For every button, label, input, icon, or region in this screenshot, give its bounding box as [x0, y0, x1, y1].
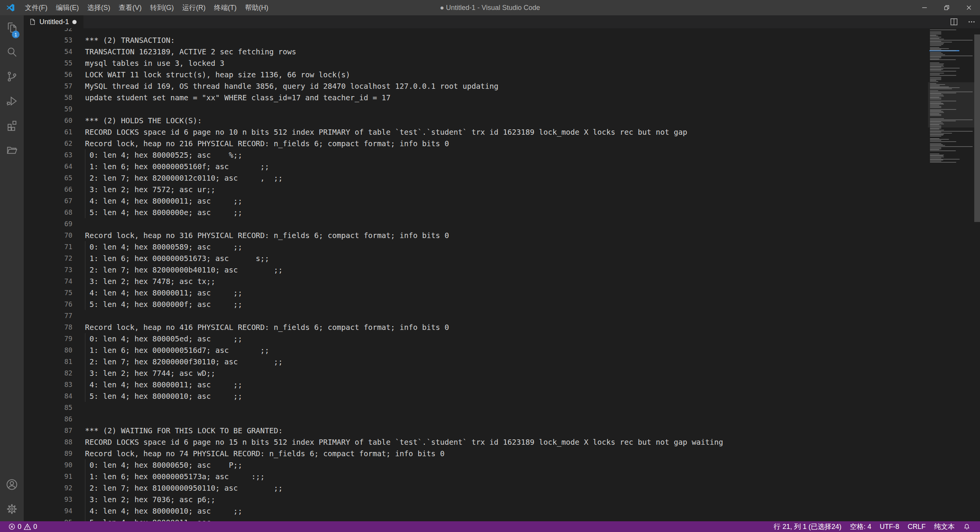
- code-line[interactable]: 89Record lock, heap no 74 PHYSICAL RECOR…: [24, 448, 980, 459]
- line-number[interactable]: 70: [24, 232, 72, 239]
- code-line[interactable]: 60*** (2) HOLDS THE LOCK(S):: [24, 115, 980, 126]
- extensions-icon[interactable]: [0, 113, 24, 138]
- code-line[interactable]: 83 4: len 4; hex 80000011; asc ;;: [24, 379, 980, 390]
- menu-run[interactable]: 运行(R): [178, 0, 210, 15]
- code-line[interactable]: 90 0: len 4; hex 80000650; asc P;;: [24, 459, 980, 471]
- line-number[interactable]: 95: [24, 519, 72, 521]
- code-line[interactable]: 94 4: len 4; hex 80000010; asc ;;: [24, 505, 980, 517]
- code-line[interactable]: 95 5: len 4; hex 80000011; asc ;;: [24, 517, 980, 521]
- language-mode[interactable]: 纯文本: [930, 521, 959, 532]
- settings-gear-icon[interactable]: [0, 497, 24, 521]
- line-number[interactable]: 73: [24, 266, 72, 274]
- line-number[interactable]: 88: [24, 438, 72, 446]
- line-number[interactable]: 76: [24, 300, 72, 308]
- code-line[interactable]: 58update student set name = "xx" WHERE c…: [24, 92, 980, 103]
- line-number[interactable]: 84: [24, 392, 72, 400]
- menu-go[interactable]: 转到(G): [146, 0, 178, 15]
- line-number[interactable]: 80: [24, 346, 72, 354]
- code-line[interactable]: 72 1: len 6; hex 000000051673; asc s;;: [24, 253, 980, 264]
- code-line[interactable]: 56LOCK WAIT 11 lock struct(s), heap size…: [24, 69, 980, 80]
- code-line[interactable]: 57MySQL thread id 169, OS thread handle …: [24, 80, 980, 92]
- line-number[interactable]: 92: [24, 484, 72, 492]
- encoding[interactable]: UTF-8: [875, 521, 903, 532]
- tab-dirty-indicator[interactable]: [72, 20, 77, 24]
- line-number[interactable]: 83: [24, 381, 72, 388]
- line-number[interactable]: 77: [24, 312, 72, 320]
- code-line[interactable]: 85: [24, 402, 980, 413]
- line-number[interactable]: 94: [24, 507, 72, 515]
- line-number[interactable]: 55: [24, 59, 72, 67]
- source-control-icon[interactable]: [0, 64, 24, 89]
- line-number[interactable]: 90: [24, 461, 72, 469]
- menu-edit[interactable]: 编辑(E): [52, 0, 83, 15]
- line-number[interactable]: 63: [24, 151, 72, 159]
- code-line[interactable]: 69: [24, 218, 980, 230]
- line-number[interactable]: 53: [24, 36, 72, 44]
- menu-view[interactable]: 查看(V): [114, 0, 146, 15]
- line-number[interactable]: 59: [24, 105, 72, 113]
- notifications-bell[interactable]: [959, 521, 975, 532]
- line-number[interactable]: 86: [24, 415, 72, 423]
- line-number[interactable]: 82: [24, 369, 72, 377]
- code-line[interactable]: 78Record lock, heap no 416 PHYSICAL RECO…: [24, 321, 980, 333]
- code-line[interactable]: 62Record lock, heap no 216 PHYSICAL RECO…: [24, 138, 980, 149]
- line-number[interactable]: 58: [24, 94, 72, 101]
- code-line[interactable]: 76 5: len 4; hex 8000000f; asc ;;: [24, 299, 980, 310]
- line-number[interactable]: 68: [24, 209, 72, 216]
- code-line[interactable]: 71 0: len 4; hex 80000589; asc ;;: [24, 241, 980, 253]
- line-number[interactable]: 54: [24, 48, 72, 55]
- line-number[interactable]: 61: [24, 128, 72, 136]
- code-line[interactable]: 84 5: len 4; hex 80000010; asc ;;: [24, 390, 980, 402]
- line-number[interactable]: 57: [24, 82, 72, 90]
- code-line[interactable]: 59: [24, 103, 980, 115]
- line-number[interactable]: 78: [24, 323, 72, 331]
- code-line[interactable]: 74 3: len 2; hex 7478; asc tx;;: [24, 276, 980, 287]
- code-line[interactable]: 61RECORD LOCKS space id 6 page no 10 n b…: [24, 126, 980, 138]
- scrollbar-thumb[interactable]: [974, 34, 980, 222]
- line-number[interactable]: 72: [24, 255, 72, 262]
- code-line[interactable]: 73 2: len 7; hex 82000000b40110; asc ;;: [24, 264, 980, 276]
- code-line[interactable]: 81 2: len 7; hex 82000000f30110; asc ;;: [24, 356, 980, 367]
- line-number[interactable]: 60: [24, 117, 72, 124]
- editor[interactable]: 5253*** (2) TRANSACTION:54TRANSACTION 16…: [24, 28, 980, 521]
- menu-help[interactable]: 帮助(H): [241, 0, 273, 15]
- run-and-debug-icon[interactable]: [0, 89, 24, 113]
- line-number[interactable]: 71: [24, 243, 72, 251]
- code-line[interactable]: 75 4: len 4; hex 80000011; asc ;;: [24, 287, 980, 299]
- line-number[interactable]: 74: [24, 277, 72, 285]
- close-icon[interactable]: [958, 0, 980, 15]
- cursor-position[interactable]: 行 21, 列 1 (已选择24): [769, 521, 846, 532]
- menu-terminal[interactable]: 终端(T): [210, 0, 241, 15]
- line-number[interactable]: 65: [24, 174, 72, 182]
- minimize-button[interactable]: [913, 0, 936, 15]
- folders-icon[interactable]: [0, 138, 24, 162]
- line-number[interactable]: 89: [24, 450, 72, 457]
- line-number[interactable]: 75: [24, 289, 72, 297]
- eol-sequence[interactable]: CRLF: [903, 521, 930, 532]
- code-line[interactable]: 77: [24, 310, 980, 321]
- line-number[interactable]: 91: [24, 473, 72, 480]
- tab-untitled-1[interactable]: Untitled-1: [24, 15, 83, 28]
- code-line[interactable]: 67 4: len 4; hex 80000011; asc ;;: [24, 195, 980, 207]
- vertical-scrollbar[interactable]: [974, 28, 980, 521]
- search-icon[interactable]: [0, 40, 24, 64]
- code-line[interactable]: 79 0: len 4; hex 800005ed; asc ;;: [24, 333, 980, 344]
- code-line[interactable]: 63 0: len 4; hex 80000525; asc %;;: [24, 149, 980, 161]
- line-number[interactable]: 64: [24, 163, 72, 170]
- minimap[interactable]: [928, 28, 974, 521]
- problems-indicator[interactable]: 0 0: [5, 521, 40, 532]
- menu-file[interactable]: 文件(F): [21, 0, 52, 15]
- code-line[interactable]: 64 1: len 6; hex 00000005160f; asc ;;: [24, 161, 980, 172]
- code-line[interactable]: 52: [24, 28, 980, 34]
- code-line[interactable]: 65 2: len 7; hex 820000012c0110; asc , ;…: [24, 172, 980, 184]
- line-number[interactable]: 67: [24, 197, 72, 205]
- explorer-icon[interactable]: 1: [0, 15, 24, 40]
- line-number[interactable]: 62: [24, 140, 72, 147]
- more-actions-icon[interactable]: [968, 18, 975, 26]
- line-number[interactable]: 93: [24, 496, 72, 503]
- code-line[interactable]: 82 3: len 2; hex 7744; asc wD;;: [24, 367, 980, 379]
- code-line[interactable]: 92 2: len 7; hex 81000000950110; asc ;;: [24, 482, 980, 494]
- code-line[interactable]: 54TRANSACTION 1623189, ACTIVE 2 sec fetc…: [24, 46, 980, 57]
- line-number[interactable]: 81: [24, 358, 72, 366]
- code-line[interactable]: 53*** (2) TRANSACTION:: [24, 34, 980, 46]
